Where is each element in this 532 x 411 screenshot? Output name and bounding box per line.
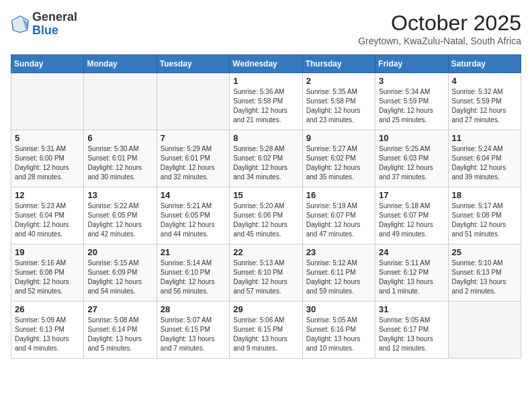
calendar-table: SundayMondayTuesdayWednesdayThursdayFrid…: [11, 54, 521, 359]
day-number: 5: [15, 133, 80, 143]
day-number: 23: [306, 247, 371, 257]
day-info: Sunrise: 5:05 AM Sunset: 6:17 PM Dayligh…: [379, 316, 444, 353]
day-info: Sunrise: 5:18 AM Sunset: 6:07 PM Dayligh…: [379, 201, 444, 239]
calendar-cell: 28Sunrise: 5:07 AM Sunset: 6:15 PM Dayli…: [157, 302, 229, 359]
calendar-cell: [11, 73, 84, 130]
day-number: 30: [306, 304, 371, 314]
calendar-cell: 14Sunrise: 5:21 AM Sunset: 6:05 PM Dayli…: [157, 187, 229, 244]
day-number: 28: [161, 304, 226, 314]
calendar-cell: 25Sunrise: 5:10 AM Sunset: 6:13 PM Dayli…: [448, 244, 521, 302]
calendar-cell: 15Sunrise: 5:20 AM Sunset: 6:06 PM Dayli…: [230, 187, 302, 244]
day-number: 4: [452, 76, 517, 86]
day-info: Sunrise: 5:05 AM Sunset: 6:16 PM Dayligh…: [306, 316, 371, 353]
day-info: Sunrise: 5:23 AM Sunset: 6:04 PM Dayligh…: [15, 201, 80, 239]
day-info: Sunrise: 5:08 AM Sunset: 6:14 PM Dayligh…: [87, 316, 152, 353]
day-info: Sunrise: 5:13 AM Sunset: 6:10 PM Dayligh…: [233, 259, 298, 296]
calendar-cell: 30Sunrise: 5:05 AM Sunset: 6:16 PM Dayli…: [302, 302, 375, 359]
day-number: 1: [233, 76, 298, 86]
page-header: General Blue October 2025 Greytown, KwaZ…: [11, 11, 521, 46]
day-number: 14: [161, 190, 226, 200]
day-info: Sunrise: 5:36 AM Sunset: 5:58 PM Dayligh…: [233, 87, 298, 125]
calendar-cell: 26Sunrise: 5:09 AM Sunset: 6:13 PM Dayli…: [11, 302, 84, 359]
day-number: 22: [233, 247, 298, 257]
calendar-cell: [84, 73, 157, 130]
col-header-monday: Monday: [84, 55, 157, 73]
day-info: Sunrise: 5:28 AM Sunset: 6:02 PM Dayligh…: [233, 144, 298, 182]
day-info: Sunrise: 5:11 AM Sunset: 6:12 PM Dayligh…: [379, 259, 444, 296]
header-row: SundayMondayTuesdayWednesdayThursdayFrid…: [11, 55, 521, 73]
day-info: Sunrise: 5:14 AM Sunset: 6:10 PM Dayligh…: [161, 259, 226, 296]
day-number: 19: [15, 247, 80, 257]
calendar-cell: 31Sunrise: 5:05 AM Sunset: 6:17 PM Dayli…: [375, 302, 448, 359]
week-row-3: 12Sunrise: 5:23 AM Sunset: 6:04 PM Dayli…: [11, 187, 521, 244]
day-info: Sunrise: 5:07 AM Sunset: 6:15 PM Dayligh…: [161, 316, 226, 353]
calendar-cell: 1Sunrise: 5:36 AM Sunset: 5:58 PM Daylig…: [230, 73, 302, 130]
location: Greytown, KwaZulu-Natal, South Africa: [358, 36, 521, 46]
day-info: Sunrise: 5:31 AM Sunset: 6:00 PM Dayligh…: [15, 144, 80, 182]
calendar-cell: 18Sunrise: 5:17 AM Sunset: 6:08 PM Dayli…: [448, 187, 521, 244]
calendar-cell: 23Sunrise: 5:12 AM Sunset: 6:11 PM Dayli…: [302, 244, 375, 302]
day-info: Sunrise: 5:27 AM Sunset: 6:02 PM Dayligh…: [306, 144, 371, 182]
day-info: Sunrise: 5:22 AM Sunset: 6:05 PM Dayligh…: [87, 201, 152, 239]
calendar-cell: [157, 73, 229, 130]
day-info: Sunrise: 5:10 AM Sunset: 6:13 PM Dayligh…: [452, 259, 517, 296]
day-info: Sunrise: 5:20 AM Sunset: 6:06 PM Dayligh…: [233, 201, 298, 239]
day-number: 13: [87, 190, 152, 200]
calendar-cell: 29Sunrise: 5:06 AM Sunset: 6:15 PM Dayli…: [230, 302, 302, 359]
day-info: Sunrise: 5:21 AM Sunset: 6:05 PM Dayligh…: [161, 201, 226, 239]
day-number: 7: [161, 133, 226, 143]
day-info: Sunrise: 5:12 AM Sunset: 6:11 PM Dayligh…: [306, 259, 371, 296]
week-row-1: 1Sunrise: 5:36 AM Sunset: 5:58 PM Daylig…: [11, 73, 521, 130]
col-header-tuesday: Tuesday: [157, 55, 229, 73]
day-info: Sunrise: 5:17 AM Sunset: 6:08 PM Dayligh…: [452, 201, 517, 239]
day-info: Sunrise: 5:35 AM Sunset: 5:58 PM Dayligh…: [306, 87, 371, 125]
day-number: 8: [233, 133, 298, 143]
day-info: Sunrise: 5:09 AM Sunset: 6:13 PM Dayligh…: [15, 316, 80, 353]
day-info: Sunrise: 5:30 AM Sunset: 6:01 PM Dayligh…: [87, 144, 152, 182]
day-number: 12: [15, 190, 80, 200]
calendar-cell: 12Sunrise: 5:23 AM Sunset: 6:04 PM Dayli…: [11, 187, 84, 244]
calendar-cell: 6Sunrise: 5:30 AM Sunset: 6:01 PM Daylig…: [84, 130, 157, 187]
calendar-cell: 27Sunrise: 5:08 AM Sunset: 6:14 PM Dayli…: [84, 302, 157, 359]
calendar-cell: 5Sunrise: 5:31 AM Sunset: 6:00 PM Daylig…: [11, 130, 84, 187]
calendar-cell: 19Sunrise: 5:16 AM Sunset: 6:08 PM Dayli…: [11, 244, 84, 302]
day-info: Sunrise: 5:29 AM Sunset: 6:01 PM Dayligh…: [161, 144, 226, 182]
day-number: 18: [452, 190, 517, 200]
day-number: 27: [87, 304, 152, 314]
logo: General Blue: [11, 11, 77, 38]
logo-icon: [11, 15, 30, 34]
calendar-cell: 9Sunrise: 5:27 AM Sunset: 6:02 PM Daylig…: [302, 130, 375, 187]
calendar-cell: 3Sunrise: 5:34 AM Sunset: 5:59 PM Daylig…: [375, 73, 448, 130]
day-number: 29: [233, 304, 298, 314]
calendar-cell: 17Sunrise: 5:18 AM Sunset: 6:07 PM Dayli…: [375, 187, 448, 244]
calendar-cell: 13Sunrise: 5:22 AM Sunset: 6:05 PM Dayli…: [84, 187, 157, 244]
calendar-cell: 7Sunrise: 5:29 AM Sunset: 6:01 PM Daylig…: [157, 130, 229, 187]
day-info: Sunrise: 5:25 AM Sunset: 6:03 PM Dayligh…: [379, 144, 444, 182]
day-number: 21: [161, 247, 226, 257]
day-info: Sunrise: 5:15 AM Sunset: 6:09 PM Dayligh…: [87, 259, 152, 296]
logo-general: General: [32, 10, 77, 24]
calendar-cell: 24Sunrise: 5:11 AM Sunset: 6:12 PM Dayli…: [375, 244, 448, 302]
calendar-cell: 4Sunrise: 5:32 AM Sunset: 5:59 PM Daylig…: [448, 73, 521, 130]
day-number: 25: [452, 247, 517, 257]
day-number: 6: [87, 133, 152, 143]
day-info: Sunrise: 5:32 AM Sunset: 5:59 PM Dayligh…: [452, 87, 517, 125]
logo-text: General Blue: [32, 11, 77, 38]
day-number: 17: [379, 190, 444, 200]
day-number: 24: [379, 247, 444, 257]
week-row-5: 26Sunrise: 5:09 AM Sunset: 6:13 PM Dayli…: [11, 302, 521, 359]
calendar-cell: 21Sunrise: 5:14 AM Sunset: 6:10 PM Dayli…: [157, 244, 229, 302]
day-number: 20: [87, 247, 152, 257]
day-info: Sunrise: 5:34 AM Sunset: 5:59 PM Dayligh…: [379, 87, 444, 125]
calendar-cell: 22Sunrise: 5:13 AM Sunset: 6:10 PM Dayli…: [230, 244, 302, 302]
week-row-4: 19Sunrise: 5:16 AM Sunset: 6:08 PM Dayli…: [11, 244, 521, 302]
day-number: 26: [15, 304, 80, 314]
day-info: Sunrise: 5:06 AM Sunset: 6:15 PM Dayligh…: [233, 316, 298, 353]
day-info: Sunrise: 5:19 AM Sunset: 6:07 PM Dayligh…: [306, 201, 371, 239]
day-info: Sunrise: 5:24 AM Sunset: 6:04 PM Dayligh…: [452, 144, 517, 182]
day-number: 10: [379, 133, 444, 143]
calendar-cell: 2Sunrise: 5:35 AM Sunset: 5:58 PM Daylig…: [302, 73, 375, 130]
day-number: 9: [306, 133, 371, 143]
col-header-friday: Friday: [375, 55, 448, 73]
title-block: October 2025 Greytown, KwaZulu-Natal, So…: [358, 11, 521, 46]
